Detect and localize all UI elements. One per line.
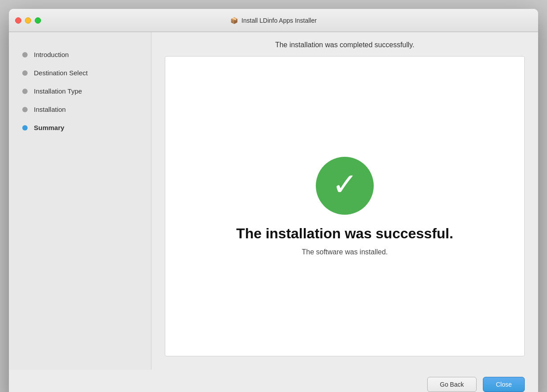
sidebar: Introduction Destination Select Installa… [9, 32, 151, 370]
titlebar-text: Install LDinfo Apps Installer [241, 17, 317, 24]
success-icon: ✓ [316, 157, 374, 215]
sidebar-label-installation: Installation [34, 106, 66, 113]
sidebar-item-installation-type: Installation Type [9, 82, 151, 100]
maximize-button[interactable] [35, 17, 41, 24]
sidebar-label-introduction: Introduction [34, 51, 69, 58]
sidebar-label-installation-type: Installation Type [34, 87, 82, 95]
content-panel: ✓ The installation was successful. The s… [165, 56, 525, 356]
success-title: The installation was successful. [236, 225, 453, 242]
sidebar-dot-destination-select [22, 70, 28, 76]
checkmark-icon: ✓ [332, 169, 358, 200]
sidebar-label-summary: Summary [34, 124, 64, 131]
traffic-lights [15, 17, 41, 24]
success-subtitle: The software was installed. [302, 248, 388, 256]
sidebar-dot-summary [22, 125, 28, 131]
sidebar-dot-introduction [22, 52, 28, 57]
sidebar-label-destination-select: Destination Select [34, 69, 88, 77]
titlebar: 📦 Install LDinfo Apps Installer [9, 9, 538, 32]
sidebar-item-introduction: Introduction [9, 45, 151, 64]
main-content: The installation was completed successfu… [151, 32, 538, 370]
completion-message: The installation was completed successfu… [165, 41, 525, 49]
sidebar-dot-installation [22, 107, 28, 112]
titlebar-title: 📦 Install LDinfo Apps Installer [230, 17, 317, 24]
go-back-button[interactable]: Go Back [427, 377, 477, 392]
close-button[interactable] [15, 17, 21, 24]
titlebar-icon: 📦 [230, 17, 238, 24]
sidebar-item-destination-select: Destination Select [9, 64, 151, 82]
window-body: Introduction Destination Select Installa… [9, 32, 538, 370]
footer: Go Back Close [9, 370, 538, 392]
installer-window: 📦 Install LDinfo Apps Installer Introduc… [9, 9, 538, 392]
sidebar-dot-installation-type [22, 89, 28, 94]
sidebar-item-summary: Summary [9, 118, 151, 137]
minimize-button[interactable] [25, 17, 31, 24]
close-button-footer[interactable]: Close [483, 377, 525, 392]
sidebar-item-installation: Installation [9, 100, 151, 118]
